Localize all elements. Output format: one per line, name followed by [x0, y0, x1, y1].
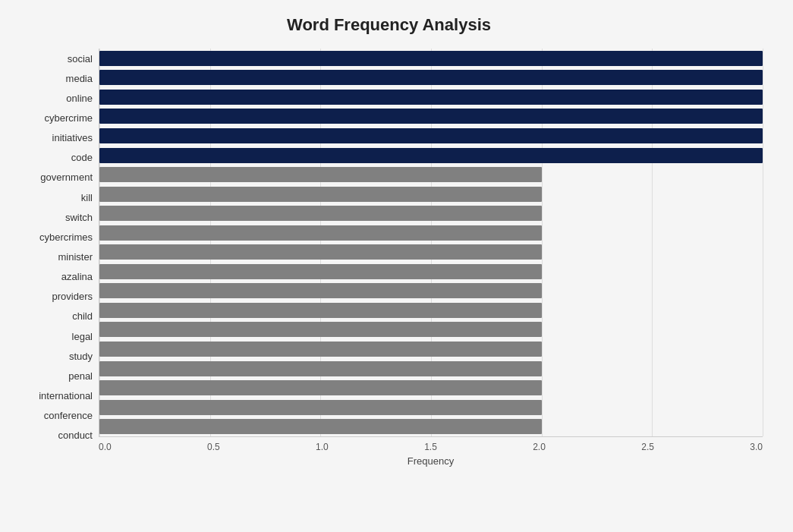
y-label: penal — [68, 371, 93, 381]
bar-row — [99, 108, 763, 124]
bar — [99, 51, 763, 66]
y-label: child — [72, 311, 93, 321]
y-label: kill — [81, 193, 93, 203]
y-label: minister — [58, 252, 93, 262]
chart-title: Word Frequency Analysis — [15, 15, 763, 35]
x-axis-title: Frequency — [99, 455, 763, 467]
x-tick-label: 0.5 — [207, 442, 220, 452]
x-tick-label: 2.0 — [533, 442, 546, 452]
y-label: switch — [65, 212, 93, 222]
grid-line — [652, 49, 653, 436]
grid-line — [210, 49, 211, 436]
y-label: government — [40, 172, 93, 182]
grid-line — [431, 49, 432, 436]
chart-area: socialmediaonlinecybercrimeinitiativesco… — [15, 49, 763, 467]
bar-row — [99, 263, 763, 280]
y-label: social — [68, 54, 93, 64]
bar-row — [99, 147, 763, 164]
bar-row — [99, 399, 763, 416]
bar-row — [99, 360, 763, 377]
x-axis: 0.00.51.01.52.02.53.0 — [99, 437, 763, 452]
bar — [99, 264, 542, 279]
grid-line — [99, 49, 100, 436]
y-label: legal — [72, 332, 93, 342]
bar-row — [99, 341, 763, 357]
x-tick-label: 0.0 — [99, 442, 112, 452]
y-label: online — [66, 93, 93, 103]
bar-row — [99, 302, 763, 319]
bar-row — [99, 244, 763, 260]
bar — [99, 225, 542, 241]
plot-area: 0.00.51.01.52.02.53.0 Frequency — [99, 49, 763, 467]
bar — [99, 187, 542, 202]
bar — [99, 400, 542, 415]
bar-row — [99, 282, 763, 299]
x-tick-label: 3.0 — [750, 442, 763, 452]
bar — [99, 283, 542, 298]
y-label: media — [66, 74, 93, 83]
bar — [99, 342, 542, 357]
y-axis: socialmediaonlinecybercrimeinitiativesco… — [15, 49, 99, 467]
y-label: providers — [52, 291, 93, 301]
bar — [99, 109, 763, 124]
bar — [99, 128, 763, 143]
grid-line — [542, 49, 543, 436]
bars-wrapper — [99, 49, 763, 437]
grid-line — [763, 49, 763, 436]
y-label: code — [71, 153, 93, 162]
y-label: conference — [44, 411, 93, 420]
bar-row — [99, 89, 763, 105]
bar-row — [99, 69, 763, 86]
bar-row — [99, 50, 763, 67]
bar-row — [99, 379, 763, 396]
bar — [99, 419, 542, 434]
x-tick-label: 2.5 — [641, 442, 654, 452]
x-tick-label: 1.5 — [424, 442, 437, 452]
bar — [99, 361, 542, 376]
y-label: cybercrimes — [39, 232, 93, 242]
y-label: azalina — [61, 272, 93, 282]
bar — [99, 303, 542, 318]
bar-row — [99, 166, 763, 183]
bar-row — [99, 205, 763, 222]
bar — [99, 206, 542, 221]
grid-line — [320, 49, 321, 436]
y-label: international — [39, 391, 93, 401]
bar — [99, 244, 542, 260]
bar — [99, 380, 542, 395]
bar — [99, 90, 763, 105]
bar-row — [99, 418, 763, 435]
y-label: cybercrime — [44, 113, 93, 123]
bar — [99, 322, 542, 337]
y-label: study — [69, 351, 93, 361]
bar — [99, 167, 542, 182]
y-label: conduct — [58, 430, 93, 440]
bar — [99, 70, 763, 85]
bar — [99, 148, 763, 163]
chart-container: Word Frequency Analysis socialmediaonlin… — [0, 0, 793, 532]
bar-row — [99, 186, 763, 203]
bar-row — [99, 127, 763, 144]
x-tick-label: 1.0 — [316, 442, 329, 452]
bar-row — [99, 321, 763, 338]
bar-row — [99, 225, 763, 241]
y-label: initiatives — [52, 133, 93, 143]
